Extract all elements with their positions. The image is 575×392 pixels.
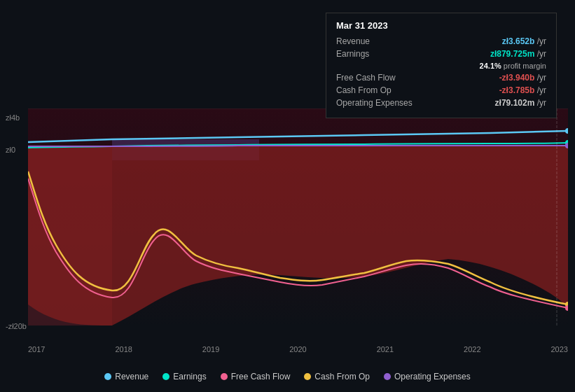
tooltip-label-cfo: Cash From Op <box>336 85 427 95</box>
legend: Revenue Earnings Free Cash Flow Cash Fro… <box>0 372 575 382</box>
x-label-2017: 2017 <box>28 345 45 354</box>
chart-svg <box>28 108 568 326</box>
tooltip-row-cfo: Cash From Op -zł3.785b /yr <box>336 85 546 95</box>
tooltip-label-revenue: Revenue <box>336 36 427 46</box>
legend-item-fcf[interactable]: Free Cash Flow <box>221 372 291 382</box>
y-label-neg20b: -zł20b <box>6 322 27 330</box>
legend-label-cfo: Cash From Op <box>314 372 370 382</box>
tooltip-label-opex: Operating Expenses <box>336 98 427 108</box>
legend-item-earnings[interactable]: Earnings <box>162 372 206 382</box>
tooltip-row-revenue: Revenue zł3.652b /yr <box>336 36 546 46</box>
tooltip-row-fcf: Free Cash Flow -zł3.940b /yr <box>336 73 546 83</box>
legend-dot-opex <box>384 373 391 380</box>
tooltip-value-fcf: -zł3.940b /yr <box>499 73 546 83</box>
legend-item-cfo[interactable]: Cash From Op <box>304 372 370 382</box>
legend-label-earnings: Earnings <box>173 372 206 382</box>
legend-label-opex: Operating Expenses <box>394 372 471 382</box>
tooltip-value-opex: zł79.102m /yr <box>495 98 546 108</box>
legend-dot-revenue <box>104 373 111 380</box>
legend-item-opex[interactable]: Operating Expenses <box>384 372 471 382</box>
tooltip-row-earnings: Earnings zł879.725m /yr <box>336 49 546 59</box>
tooltip: Mar 31 2023 Revenue zł3.652b /yr Earning… <box>326 13 557 118</box>
profit-margin-row: 24.1% profit margin <box>336 62 546 70</box>
tooltip-value-earnings: zł879.725m /yr <box>490 49 546 59</box>
x-label-2023: 2023 <box>550 345 567 354</box>
x-axis: 2017 2018 2019 2020 2021 2022 2023 <box>28 345 568 354</box>
tooltip-date: Mar 31 2023 <box>336 20 546 31</box>
tooltip-value-revenue: zł3.652b /yr <box>502 36 546 46</box>
tooltip-value-cfo: -zł3.785b /yr <box>499 85 546 95</box>
legend-dot-cfo <box>304 373 311 380</box>
legend-label-fcf: Free Cash Flow <box>231 372 291 382</box>
legend-dot-earnings <box>162 373 169 380</box>
legend-item-revenue[interactable]: Revenue <box>104 372 148 382</box>
y-label-0: zł0 <box>6 146 15 154</box>
x-label-2022: 2022 <box>464 345 480 354</box>
tooltip-label-fcf: Free Cash Flow <box>336 73 427 83</box>
x-label-2021: 2021 <box>377 345 394 354</box>
x-label-2019: 2019 <box>202 345 219 354</box>
legend-label-revenue: Revenue <box>115 372 148 382</box>
chart-container: Mar 31 2023 Revenue zł3.652b /yr Earning… <box>0 0 575 392</box>
legend-dot-fcf <box>221 373 228 380</box>
profit-margin-text: 24.1% profit margin <box>480 62 546 70</box>
tooltip-row-opex: Operating Expenses zł79.102m /yr <box>336 98 546 108</box>
y-label-4b: zł4b <box>6 113 20 122</box>
x-label-2020: 2020 <box>289 345 306 354</box>
tooltip-label-earnings: Earnings <box>336 49 427 59</box>
x-label-2018: 2018 <box>115 345 132 354</box>
